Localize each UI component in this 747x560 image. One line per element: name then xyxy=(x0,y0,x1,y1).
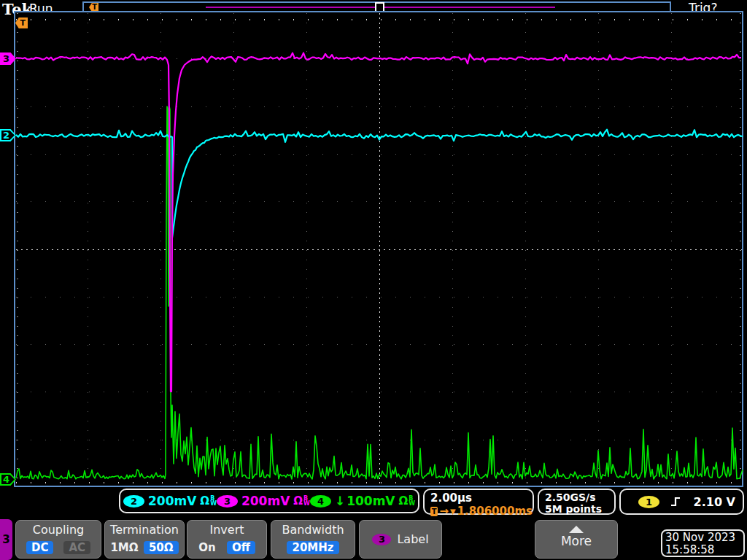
menu-channel-tab: 3 xyxy=(0,519,12,560)
bandwidth-title: Bandwidth xyxy=(282,523,344,537)
timebase-readout[interactable]: 2.00µs T → ▼ 1.806000ms xyxy=(423,489,534,515)
ch2-impedance-bw: Ω BW xyxy=(200,494,217,508)
coupling-dc-option[interactable]: DC xyxy=(26,541,53,554)
ch4-readout[interactable]: 4 ↓ 100mV Ω BW xyxy=(310,494,415,508)
trigger-level: 2.10 V xyxy=(694,495,735,509)
ch2-scale: 200mV xyxy=(148,494,196,508)
invert-on-option[interactable]: On xyxy=(198,541,215,554)
bandwidth-value[interactable]: 20MHz xyxy=(287,541,338,554)
ch4-scale: 100mV xyxy=(347,494,395,508)
trigger-readout[interactable]: 1 2.10 V xyxy=(619,489,744,515)
invert-off-option[interactable]: Off xyxy=(227,541,255,554)
ch2-ground-marker[interactable]: 2 xyxy=(0,129,16,141)
termination-50-option[interactable]: 50Ω xyxy=(144,541,179,554)
termination-button[interactable]: Termination 1MΩ 50Ω xyxy=(104,520,185,559)
trigger-t-icon: T xyxy=(430,507,438,516)
ch3-readout[interactable]: 3 200mV Ω BW xyxy=(217,494,310,508)
coupling-button[interactable]: Coupling DC AC xyxy=(15,520,101,559)
ch4-ground-marker[interactable]: 4 xyxy=(0,473,16,486)
ch4-impedance-bw: Ω BW xyxy=(399,494,416,508)
coupling-ac-option[interactable]: AC xyxy=(63,541,90,554)
date: 30 Nov 2023 xyxy=(665,532,743,544)
record-length: 5M points xyxy=(545,503,614,515)
label-button[interactable]: 3 Label xyxy=(359,520,442,559)
channel-readouts-box[interactable]: 2 200mV Ω BW 3 200mV Ω BW 4 ↓ 100mV Ω BW xyxy=(119,489,419,513)
acq-expansion-bracket-icon xyxy=(375,2,384,11)
label-channel-badge: 3 xyxy=(372,534,391,545)
datetime-display: 30 Nov 2023 15:58:58 xyxy=(661,529,745,557)
ch4-badge: 4 xyxy=(310,495,331,508)
ch3-ground-marker[interactable]: 3 xyxy=(0,52,16,65)
invert-button[interactable]: Invert On Off xyxy=(187,520,267,559)
bandwidth-button[interactable]: Bandwidth 20MHz xyxy=(271,520,355,559)
termination-1m-option[interactable]: 1MΩ xyxy=(110,541,138,554)
ch4-invert-arrow-icon: ↓ xyxy=(335,494,345,508)
timebase-delay: T → ▼ 1.806000ms xyxy=(430,505,533,518)
ch2-readout[interactable]: 2 200mV Ω BW xyxy=(123,494,217,508)
termination-title: Termination xyxy=(110,523,179,537)
ch3-impedance-bw: Ω BW xyxy=(293,494,310,508)
timebase-scale: 2.00µs xyxy=(430,491,533,505)
more-up-arrow-icon xyxy=(569,526,584,533)
rising-edge-icon xyxy=(670,496,681,508)
sample-rate: 2.50GS/s xyxy=(545,491,614,503)
coupling-title: Coupling xyxy=(33,523,84,537)
ch2-badge: 2 xyxy=(123,495,144,508)
oscilloscope-screen: Tek Run Trig? T T 3 2 4 2 200mV Ω BW xyxy=(0,0,747,560)
acquisition-readout[interactable]: 2.50GS/s 5M points xyxy=(538,489,616,515)
more-button[interactable]: More xyxy=(535,520,618,559)
invert-title: Invert xyxy=(209,523,244,537)
more-title: More xyxy=(561,534,592,548)
time: 15:58:58 xyxy=(665,544,743,556)
ch3-scale: 200mV xyxy=(241,494,290,508)
ch3-badge: 3 xyxy=(217,495,238,508)
label-title: Label xyxy=(397,532,428,546)
trigger-source-badge: 1 xyxy=(638,496,659,508)
